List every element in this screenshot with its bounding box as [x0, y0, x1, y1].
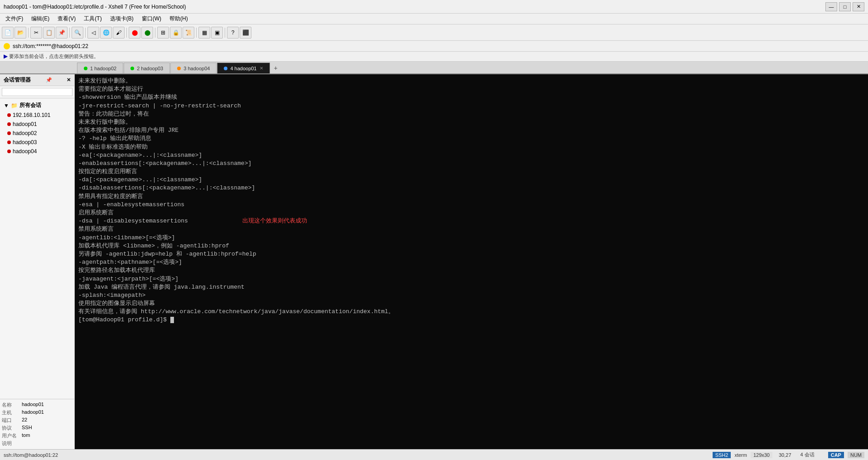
menu-view[interactable]: 查看(V) — [54, 14, 79, 24]
tb-help[interactable]: ? — [227, 27, 239, 39]
tree-expand-icon: ▼ — [4, 102, 9, 109]
term-line-9: -X 输出非标准选项的帮助 — [78, 143, 864, 151]
connection-status-icon — [4, 43, 10, 49]
tab-close-icon[interactable]: ✕ — [260, 66, 263, 71]
tb-script[interactable]: 📜 — [183, 27, 194, 39]
title-bar: hadoop01 - tom@Hadoop01:/etc/profile.d -… — [0, 0, 868, 14]
tb-open[interactable]: 📂 — [14, 27, 26, 39]
status-dot-h4 — [7, 150, 11, 153]
prop-name: 名称 hadoop01 — [2, 401, 72, 409]
term-line-23: -agentpath:<pathname>[=<选项>] — [78, 258, 864, 266]
tb-brush[interactable]: 🖌 — [113, 27, 125, 39]
term-line-7: 在版本搜索中包括/排除用户专用 JRE — [78, 126, 864, 135]
term-line-5: 警告：此功能已过时，将在 — [78, 110, 864, 118]
terminal-cursor — [170, 317, 174, 323]
tab-dot-2 — [130, 67, 134, 70]
tab-dot-4 — [224, 67, 227, 70]
prop-name-value: hadoop01 — [22, 402, 44, 408]
prop-name-label: 名称 — [2, 402, 20, 408]
prop-user-value: tom — [22, 432, 30, 439]
tb-green[interactable]: ⬤ — [141, 27, 153, 39]
status-conn: ssh://tom@hadoop01:22 — [4, 452, 58, 458]
close-button[interactable]: ✕ — [853, 2, 864, 11]
tb-copy[interactable]: 📋 — [43, 27, 55, 39]
sidebar-item-label-h3: hadoop03 — [13, 139, 37, 145]
tab-hadoop01[interactable]: 4 hadoop01 ✕ — [217, 63, 270, 73]
prop-comment: 说明 — [2, 440, 72, 447]
term-line-24: 按完整路径名加载本机代理库 — [78, 266, 864, 275]
term-line-1: 未来发行版中删除。 — [78, 77, 864, 85]
main-area: 会话管理器 📌 ✕ ▼ 📁 所有会话 192.168.10.101 hadoop… — [0, 74, 868, 449]
tab-add-button[interactable]: + — [270, 63, 281, 73]
term-line-25: -javaagent:<jarpath>[=<选项>] — [78, 275, 864, 283]
tab-label-4: 4 hadoop01 — [230, 66, 256, 71]
terminal[interactable]: 未来发行版中删除。 需要指定的版本才能运行 -showversion 输出产品版… — [75, 74, 868, 449]
tb-paste[interactable]: 📌 — [56, 27, 68, 39]
tb-nav-back[interactable]: ◁ — [87, 27, 99, 39]
sidebar-header: 会话管理器 📌 ✕ — [0, 74, 74, 86]
term-line-10: -ea[:<packagename>...|:<classname>] — [78, 151, 864, 160]
tab-hadoop04[interactable]: 3 hadoop04 — [170, 63, 217, 73]
sidebar-item-label-h1: hadoop01 — [13, 121, 37, 127]
term-line-12: 按指定的粒度启用断言 — [78, 168, 864, 176]
tab-hadoop02[interactable]: 1 hadoop02 — [77, 63, 123, 73]
term-line-29: 有关详细信息，请参阅 http://www.oracle.com/technet… — [78, 308, 864, 316]
sidebar-item-label-h4: hadoop04 — [13, 148, 37, 155]
tb-globe[interactable]: 🌐 — [100, 27, 112, 39]
tb-expand[interactable]: ⊞ — [157, 27, 169, 39]
menu-file[interactable]: 文件(F) — [2, 14, 27, 24]
sidebar-item-hadoop01[interactable]: hadoop01 — [0, 120, 74, 129]
maximize-button[interactable]: □ — [839, 2, 851, 11]
term-line-11: -enableassertions[:<packagename>...|:<cl… — [78, 160, 864, 168]
sidebar-item-hadoop04[interactable]: hadoop04 — [0, 147, 74, 156]
menu-tabs[interactable]: 选项卡(B) — [106, 14, 137, 24]
window-controls: — □ ✕ — [825, 2, 864, 11]
minimize-button[interactable]: — — [825, 2, 837, 11]
term-line-8: -? -help 输出此帮助消息 — [78, 135, 864, 143]
term-line-2: 需要指定的版本才能运行 — [78, 85, 864, 93]
tb-sep4 — [126, 28, 127, 38]
menu-bar: 文件(F) 编辑(E) 查看(V) 工具(T) 选项卡(B) 窗口(W) 帮助(… — [0, 14, 868, 24]
tb-layout[interactable]: ▦ — [198, 27, 210, 39]
tab-dot-1 — [84, 67, 87, 70]
tb-sep7 — [225, 28, 225, 38]
menu-tools[interactable]: 工具(T) — [80, 14, 105, 24]
sidebar-pin-icon[interactable]: 📌 — [46, 77, 52, 83]
tb-pane[interactable]: ▣ — [211, 27, 223, 39]
term-line-22: 另请参阅 -agentlib:jdwp=help 和 -agentlib:hpr… — [78, 250, 864, 258]
menu-help[interactable]: 帮助(H) — [166, 14, 192, 24]
menu-window[interactable]: 窗口(W) — [138, 14, 165, 24]
tree-root[interactable]: ▼ 📁 所有会话 — [0, 100, 74, 111]
tb-stop[interactable]: ⬤ — [129, 27, 140, 39]
term-line-21: 加载本机代理库 <libname>，例如 -agentlib:hprof — [78, 242, 864, 250]
sidebar-item-hadoop03[interactable]: hadoop03 — [0, 138, 74, 147]
prop-protocol-value: SSH — [22, 425, 32, 431]
prop-user-label: 用户名 — [2, 432, 20, 439]
sidebar-item-192[interactable]: 192.168.10.101 — [0, 111, 74, 120]
tb-cut[interactable]: ✂ — [30, 27, 42, 39]
term-line-15: 禁用具有指定粒度的断言 — [78, 193, 864, 201]
status-term: xterm — [734, 452, 747, 458]
tb-lock[interactable]: 🔒 — [170, 27, 182, 39]
prop-host: 主机 hadoop01 — [2, 409, 72, 416]
sidebar-close-icon[interactable]: ✕ — [67, 77, 71, 83]
tb-new[interactable]: 📄 — [2, 27, 14, 39]
search-input[interactable] — [2, 88, 72, 96]
term-line-17: 启用系统断言 — [78, 209, 864, 217]
tb-misc[interactable]: ⬛ — [240, 27, 251, 39]
term-line-18: -dsa | -disablesystemassertions 出现这个效果则代… — [78, 217, 864, 225]
sidebar-item-label-h2: hadoop02 — [13, 130, 37, 136]
term-line-19: 禁用系统断言 — [78, 225, 864, 233]
sidebar-item-hadoop02[interactable]: hadoop02 — [0, 129, 74, 138]
sidebar-tree: ▼ 📁 所有会话 192.168.10.101 hadoop01 hadoop0… — [0, 98, 74, 399]
menu-edit[interactable]: 编辑(E) — [28, 14, 53, 24]
prop-port: 端口 22 — [2, 416, 72, 424]
tab-dot-3 — [177, 67, 181, 70]
term-annotation: 出现这个效果则代表成功 — [242, 217, 307, 225]
status-dot-h2 — [7, 131, 11, 135]
tab-label-1: 1 hadoop02 — [90, 66, 116, 71]
tab-bar: 1 hadoop02 2 hadoop03 3 hadoop04 4 hadoo… — [0, 62, 868, 74]
tab-hadoop03[interactable]: 2 hadoop03 — [124, 63, 170, 73]
tb-search[interactable]: 🔍 — [72, 27, 83, 39]
term-line-28: 使用指定的图像显示启动屏幕 — [78, 300, 864, 308]
